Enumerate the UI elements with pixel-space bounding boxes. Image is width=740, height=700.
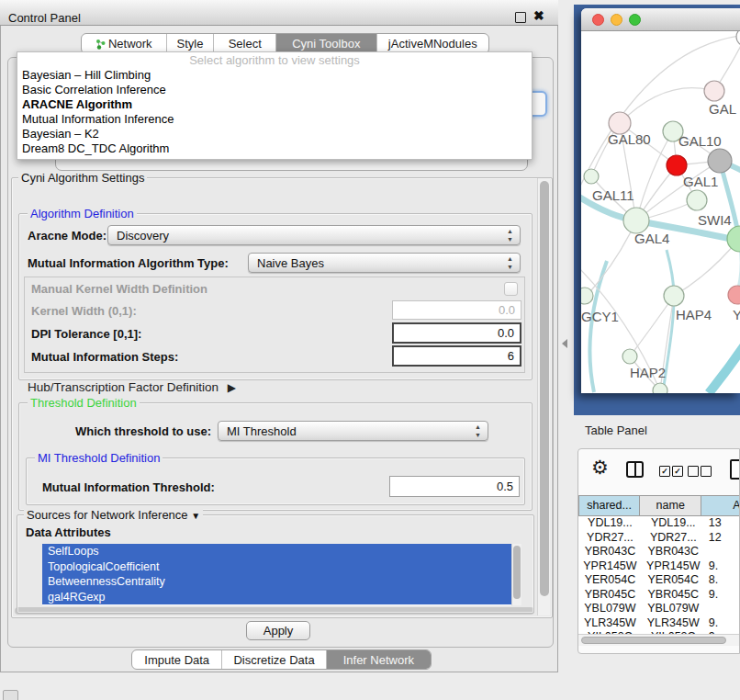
table-row[interactable]: YDL19...YDL19...13 [578,516,740,531]
control-panel-titlebar[interactable] [0,0,558,26]
mi-threshold-group-label: MI Threshold Definition [35,451,163,465]
table-row[interactable]: YDR27...YDR27...12 [578,531,740,546]
table-horizontal-scrollbar-thumb[interactable] [581,637,726,644]
unchecked-box-icon[interactable] [688,466,699,477]
table-row[interactable]: YER054CYER054C8. [578,573,740,588]
tab-network[interactable]: Network [82,34,167,53]
dropdown-item[interactable]: Bayesian – K2 [17,127,532,141]
control-panel-title: Control Panel [8,11,81,25]
node-hap4[interactable] [664,286,684,306]
manual-kernel-width-label: Manual Kernel Width Definition [31,282,207,296]
table-row[interactable]: YLR345WYLR345W9. [578,616,740,631]
node-label: GAL [709,101,736,117]
apply-button[interactable]: Apply [246,621,310,640]
list-vertical-scrollbar[interactable] [511,544,521,605]
cyni-algorithm-settings-label: Cyni Algorithm Settings [18,171,147,185]
node-selected-red[interactable] [667,155,687,175]
column-header[interactable]: name [640,495,701,516]
dropdown-item[interactable]: Bayesian – Hill Climbing [17,68,532,83]
tab-jactivemnodules[interactable]: jActiveMNodules [377,34,488,53]
list-item[interactable]: BetweennessCentrality [42,574,511,590]
gear-icon[interactable]: ⚙ [591,457,609,479]
expand-arrow-icon[interactable]: ▶ [228,381,236,394]
mi-algorithm-type-label: Mutual Information Algorithm Type: [28,256,229,270]
table-row[interactable]: YPR145WYPR145W9. [578,559,740,574]
settings-vertical-scrollbar[interactable] [537,178,550,615]
table-horizontal-scrollbar[interactable] [578,634,740,646]
node-gal4[interactable] [623,208,649,233]
threshold-definition-label: Threshold Definition [28,396,140,410]
column-header[interactable]: shared... [578,495,640,516]
checked-box-icon[interactable]: ✓ [659,466,670,477]
tab-infer-network[interactable]: Infer Network [327,650,431,669]
network-window[interactable]: GAL GAL80 GAL10 GAL1 GAL11 SWI4 GAL4 GCY… [581,8,740,393]
tab-cyni-toolbox[interactable]: Cyni Toolbox [276,34,377,53]
node-gal11[interactable] [584,169,599,184]
list-vertical-scrollbar-thumb[interactable] [513,546,521,599]
zoom-traffic-icon[interactable] [629,14,641,26]
table-body: YDL19...YDL19...13 YDR27...YDR27...12 YB… [578,516,740,634]
mi-threshold-field[interactable]: 0.5 [389,476,520,497]
sources-group-label[interactable]: Sources for Network Inference ▼ [24,508,203,522]
list-item[interactable]: TopologicalCoefficient [42,559,511,575]
dropdown-item[interactable]: Mutual Information Inference [17,112,532,127]
column-header[interactable]: A [701,495,740,516]
settings-vertical-scrollbar-thumb[interactable] [540,181,549,596]
collapse-arrow-icon[interactable]: ▼ [191,511,200,521]
node-label: GAL11 [592,187,634,203]
algorithm-definition-label: Algorithm Definition [28,207,137,220]
network-tab-icon [95,39,106,50]
tab-style[interactable]: Style [167,34,215,53]
node-gal[interactable] [704,81,724,101]
table-row[interactable]: YBL079WYBL079W [578,602,740,616]
dropdown-item[interactable]: Dream8 DC_TDC Algorithm [17,141,532,156]
aracne-mode-label: Aracne Mode: [28,229,107,243]
float-window-icon[interactable] [515,12,526,23]
split-columns-icon[interactable] [626,461,644,478]
dropdown-item-selected[interactable]: ARACNE Algorithm [17,97,532,112]
chevron-up-down-icon: ▲▼ [507,227,513,243]
list-item[interactable]: SelfLoops [42,544,511,559]
tab-discretize-data[interactable]: Discretize Data [222,650,326,669]
network-window-titlebar[interactable] [581,8,740,31]
close-window-icon[interactable]: ✖ [533,8,544,23]
node-label: GCY1 [581,309,619,324]
hub-definition-toggle[interactable]: Hub/Transcription Factor Definition ▶ [28,380,236,394]
close-traffic-icon[interactable] [592,14,604,26]
manual-kernel-width-checkbox[interactable] [504,282,518,296]
table-row[interactable]: YBR043CYBR043C [578,545,740,559]
sources-title: Sources for Network Inference [27,508,188,522]
node[interactable] [653,383,667,393]
aracne-mode-combo[interactable]: Discovery ▲▼ [107,225,521,245]
hub-definition-label: Hub/Transcription Factor Definition [28,380,219,394]
node-hap2[interactable] [622,349,637,364]
node-gray[interactable] [708,149,732,173]
list-item[interactable]: gal4RGexp [42,590,511,605]
node-label: SWI4 [698,212,732,228]
minimized-panel-icon[interactable] [3,690,18,700]
unchecked-box-icon[interactable] [701,466,712,477]
table-row[interactable]: YBR045CYBR045C9. [578,588,740,603]
mi-algorithm-type-combo[interactable]: Naive Bayes ▲▼ [248,253,521,273]
dropdown-item[interactable]: Basic Correlation Inference [17,83,532,97]
node-label: GAL1 [683,174,718,189]
tab-select[interactable]: Select [214,34,276,53]
node-gal1[interactable] [687,190,707,210]
node-label: Y [733,307,740,322]
algorithm-dropdown-popup: Select algorithm to view settings Bayesi… [17,51,533,160]
mi-steps-field[interactable]: 6 [392,345,521,367]
kernel-width-label: Kernel Width (0,1): [31,304,137,318]
document-icon[interactable] [730,459,740,480]
which-threshold-value: MI Threshold [227,424,297,438]
mi-threshold-label: Mutual Information Threshold: [42,480,215,494]
dpi-tolerance-field[interactable]: 0.0 [392,322,521,344]
screen: Control Panel ✖ Network Style Select Cyn… [0,0,740,700]
minimize-traffic-icon[interactable] [611,14,622,26]
which-threshold-combo[interactable]: MI Threshold ▲▼ [218,421,488,441]
panel-divider-collapse-icon[interactable] [562,339,567,348]
kernel-width-field[interactable]: 0.0 [392,300,521,320]
aracne-mode-value: Discovery [117,229,169,243]
checked-box-icon[interactable]: ✓ [672,466,683,477]
tab-impute-data[interactable]: Impute Data [132,650,222,669]
node-gcy1[interactable] [581,288,593,304]
